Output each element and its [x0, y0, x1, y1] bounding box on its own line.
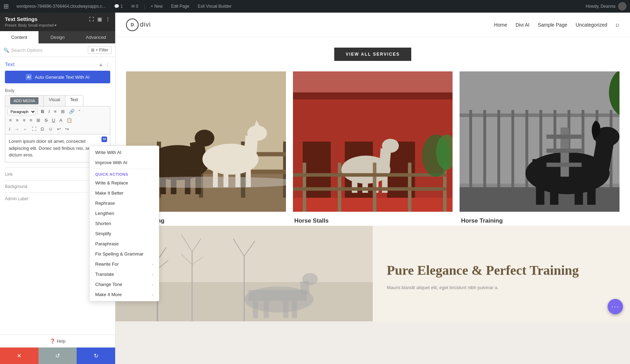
ai-button-label: Auto Generate Text With AI — [35, 75, 90, 80]
ai-badge: AI — [102, 136, 107, 142]
text-section-title: Text — [5, 61, 15, 67]
font-color-btn[interactable]: A — [57, 117, 64, 124]
toolbar-row-1: Paragraph Heading 1 Heading 2 B I ≡ ⊞ 🔗 … — [7, 108, 82, 115]
collapse-icon[interactable]: ▲ — [98, 62, 103, 67]
panel-title-icons: ⛶ ▣ ⋮ — [89, 16, 110, 22]
svg-point-41 — [382, 139, 399, 153]
indent-btn[interactable]: → — [13, 125, 21, 133]
redo-btn[interactable]: ↪ — [63, 125, 71, 133]
tab-advanced[interactable]: Advanced — [77, 31, 115, 43]
table-btn[interactable]: ⊞ — [35, 117, 42, 124]
nav-home[interactable]: Home — [494, 22, 507, 28]
dropdown-shorten[interactable]: Shorten — [90, 218, 159, 229]
dropdown-write-replace[interactable]: Write & Replace — [90, 178, 159, 188]
wp-logo-icon[interactable]: ⊞ — [4, 2, 9, 10]
save-button[interactable]: ↻ — [77, 348, 115, 364]
dropdown-translate[interactable]: Translate › — [90, 269, 159, 279]
admin-avatar — [618, 2, 626, 10]
align-left-btn[interactable]: ≡ — [7, 117, 14, 124]
dropdown-paraphrase[interactable]: Paraphrase — [90, 239, 159, 249]
section-more-icon[interactable]: ⋮ — [105, 62, 110, 67]
tab-design[interactable]: Design — [38, 31, 77, 43]
unordered-list-btn[interactable]: ≡ — [52, 108, 58, 115]
editor-tab-visual[interactable]: Visual — [44, 96, 65, 106]
svg-rect-105 — [264, 301, 269, 318]
admin-bar-bubble[interactable]: ✉ 0 — [128, 4, 141, 9]
quote-btn[interactable]: " — [77, 108, 82, 115]
nav-sample-page[interactable]: Sample Page — [538, 22, 567, 28]
admin-bar-edit-page[interactable]: Edit Page — [168, 4, 192, 9]
panel-title-text: Text Settings — [5, 16, 37, 22]
ai-generate-button[interactable]: AI Auto Generate Text With AI — [5, 71, 110, 83]
admin-bar-comments[interactable]: 💬 1 — [111, 4, 126, 9]
editor-tab-text[interactable]: Text — [65, 96, 83, 106]
layout-icon[interactable]: ▣ — [97, 16, 102, 22]
text-section-header: Text ▲ ⋮ — [5, 61, 110, 67]
italic-btn[interactable]: I — [47, 108, 51, 115]
link-btn[interactable]: 🔗 — [67, 108, 76, 115]
filter-button[interactable]: ⊞ + Filter — [88, 46, 112, 54]
divi-logo-circle: D — [126, 19, 139, 31]
panel-search-row: 🔍 ⊞ + Filter — [0, 43, 115, 57]
underline-btn[interactable]: U — [50, 117, 57, 124]
svg-point-24 — [247, 125, 267, 141]
dropdown-lengthen[interactable]: Lengthen — [90, 208, 159, 218]
main-layout: Text Settings ⛶ ▣ ⋮ Preset: Body Small i… — [0, 13, 630, 364]
help-link[interactable]: ❓ Help — [50, 338, 65, 344]
bold-btn[interactable]: B — [39, 108, 46, 115]
dropdown-improve-with-ai[interactable]: Improve With AI — [90, 158, 159, 168]
tab-content[interactable]: Content — [0, 31, 38, 43]
admin-bar-new[interactable]: + New — [148, 4, 166, 9]
service-title-3: Horse Training — [461, 217, 618, 224]
dropdown-fix-spelling[interactable]: Fix Spelling & Grammar — [90, 249, 159, 259]
admin-bar-site[interactable]: wordpress-784896-3766464.cloudwaysapps.c… — [14, 4, 108, 9]
svg-rect-60 — [497, 110, 500, 187]
dropdown-make-better[interactable]: Make It Better — [90, 188, 159, 198]
site-nav: D divi Home Divi AI Sample Page Uncatego… — [115, 13, 630, 37]
make-more-arrow: › — [152, 293, 153, 297]
reset-button[interactable]: ↺ — [38, 348, 77, 364]
panel-preset[interactable]: Preset: Body Small imported ▾ — [5, 23, 110, 28]
site-nav-links: Home Divi AI Sample Page Uncategorized ⌕ — [494, 21, 620, 28]
svg-rect-59 — [483, 110, 486, 187]
cancel-button[interactable]: ✕ — [0, 348, 38, 364]
svg-rect-83 — [547, 163, 582, 167]
editor-content: Lorem ipsum dolor sit amet, consectet ad… — [9, 139, 93, 158]
fab-button[interactable]: ··· — [608, 299, 623, 314]
dropdown-write-with-ai[interactable]: Write With AI — [90, 147, 159, 158]
strikethrough-btn[interactable]: S — [43, 117, 49, 124]
fullscreen-btn[interactable]: ⛶ — [30, 125, 38, 133]
dropdown-make-it-more[interactable]: Make It More › — [90, 289, 159, 300]
more-icon[interactable]: ⋮ — [105, 16, 110, 22]
outdent-btn[interactable]: ← — [21, 125, 29, 133]
align-full-btn[interactable]: ≡ — [28, 117, 34, 124]
admin-bar-howdy: Howdy, Deanna — [586, 4, 616, 9]
body-label: Body — [5, 88, 110, 93]
svg-rect-103 — [248, 290, 307, 301]
paste-btn[interactable]: 📋 — [65, 117, 74, 124]
paragraph-select[interactable]: Paragraph Heading 1 Heading 2 — [7, 108, 36, 115]
search-input[interactable] — [11, 48, 86, 53]
divi-logo-text: divi — [140, 21, 151, 28]
admin-bar-exit-vb[interactable]: Exit Visual Builder — [195, 4, 234, 9]
admin-bar: ⊞ wordpress-784896-3766464.cloudwaysapps… — [0, 0, 630, 13]
editor-toolbar: Paragraph Heading 1 Heading 2 B I ≡ ⊞ 🔗 … — [5, 106, 110, 134]
svg-rect-48 — [293, 173, 447, 177]
nav-search-icon[interactable]: ⌕ — [616, 21, 620, 28]
italic2-btn[interactable]: i — [7, 125, 12, 133]
editor-tab-add-media[interactable]: ADD MEDIA — [5, 96, 44, 106]
dropdown-change-tone[interactable]: Change Tone › — [90, 279, 159, 289]
maximize-icon[interactable]: ⛶ — [89, 16, 94, 22]
dropdown-rephrase[interactable]: Rephrase — [90, 198, 159, 208]
nav-divi-ai[interactable]: Divi AI — [516, 22, 530, 28]
emoji-btn[interactable]: ☺ — [47, 125, 55, 133]
undo-btn[interactable]: ↩ — [55, 125, 63, 133]
align-center-btn[interactable]: ≡ — [14, 117, 21, 124]
nav-uncategorized[interactable]: Uncategorized — [576, 22, 607, 28]
omega-btn[interactable]: Ω — [39, 125, 46, 133]
view-all-button[interactable]: VIEW ALL SERVICES — [334, 48, 411, 61]
align-right-btn[interactable]: ≡ — [21, 117, 27, 124]
dropdown-rewrite-for[interactable]: Rewrite For › — [90, 259, 159, 269]
dropdown-simplify[interactable]: Simplify — [90, 229, 159, 239]
ordered-list-btn[interactable]: ⊞ — [59, 108, 66, 115]
